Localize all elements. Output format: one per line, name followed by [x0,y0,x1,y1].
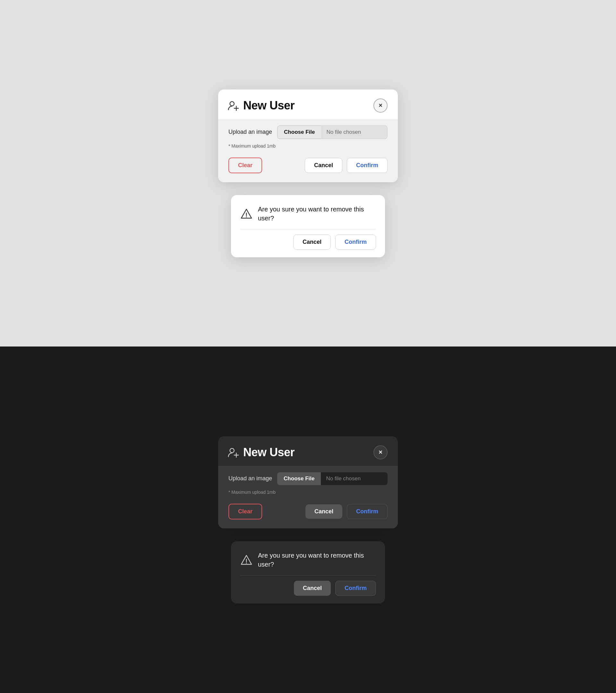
no-file-label-light: No file chosen [321,125,388,139]
modal-body-dark: Upload an image Choose File No file chos… [218,466,398,529]
close-button-light[interactable]: × [374,99,388,113]
warning-icon-light [240,207,253,220]
light-section: New User × Upload an image Choose File N… [0,0,616,346]
confirm-dialog-confirm-dark[interactable]: Confirm [335,581,376,596]
modal-actions-light: Clear Cancel Confirm [228,158,388,173]
cancel-button-light[interactable]: Cancel [305,158,342,173]
confirm-dialog-body-dark: Are you sure you want to remove this use… [231,541,385,575]
upload-row-dark: Upload an image Choose File No file chos… [228,472,388,485]
confirm-dialog-light: Are you sure you want to remove this use… [231,195,385,257]
modal-title-dark: New User [243,446,295,459]
upload-row-light: Upload an image Choose File No file chos… [228,125,388,139]
confirm-button-light[interactable]: Confirm [347,158,388,173]
confirm-dialog-confirm-light[interactable]: Confirm [335,235,376,250]
confirm-button-dark[interactable]: Confirm [347,504,388,519]
file-input-wrapper-dark: Choose File No file chosen [277,472,388,485]
cancel-button-dark[interactable]: Cancel [305,504,342,519]
upload-label-dark: Upload an image [228,475,272,482]
choose-file-button-light[interactable]: Choose File [277,125,321,139]
confirm-dialog-dark: Are you sure you want to remove this use… [231,541,385,603]
confirm-dialog-body-light: Are you sure you want to remove this use… [231,195,385,229]
choose-file-button-dark[interactable]: Choose File [277,472,321,485]
confirm-dialog-text-dark: Are you sure you want to remove this use… [258,551,376,569]
modal-title-light: New User [243,99,295,112]
modal-header-left: New User [227,99,295,112]
svg-point-4 [246,216,247,217]
upload-label-light: Upload an image [228,128,272,135]
modal-actions-dark: Clear Cancel Confirm [228,504,388,519]
new-user-modal-light: New User × Upload an image Choose File N… [218,90,398,182]
max-upload-note-dark: * Maximum upload 1mb [228,490,388,495]
svg-point-5 [230,448,234,452]
dark-section: New User × Upload an image Choose File N… [0,346,616,693]
clear-button-dark[interactable]: Clear [228,504,262,519]
user-plus-icon-dark [227,446,239,458]
confirm-dialog-actions-light: Cancel Confirm [231,230,385,257]
confirm-dialog-cancel-light[interactable]: Cancel [293,235,331,250]
svg-point-9 [246,562,247,563]
modal-body-light: Upload an image Choose File No file chos… [218,119,398,182]
max-upload-note-light: * Maximum upload 1mb [228,143,388,148]
clear-button-light[interactable]: Clear [228,158,262,173]
file-input-wrapper-light: Choose File No file chosen [277,125,388,139]
modal-header-light: New User × [218,90,398,119]
confirm-dialog-cancel-dark[interactable]: Cancel [294,581,331,596]
new-user-modal-dark: New User × Upload an image Choose File N… [218,436,398,529]
svg-point-0 [230,101,234,105]
no-file-label-dark: No file chosen [321,472,388,485]
close-button-dark[interactable]: × [374,445,388,459]
user-plus-icon [227,99,239,112]
modal-header-left-dark: New User [227,446,295,459]
warning-icon-dark [240,553,253,566]
confirm-dialog-actions-dark: Cancel Confirm [231,576,385,603]
confirm-dialog-text-light: Are you sure you want to remove this use… [258,205,376,223]
modal-header-dark: New User × [218,436,398,466]
